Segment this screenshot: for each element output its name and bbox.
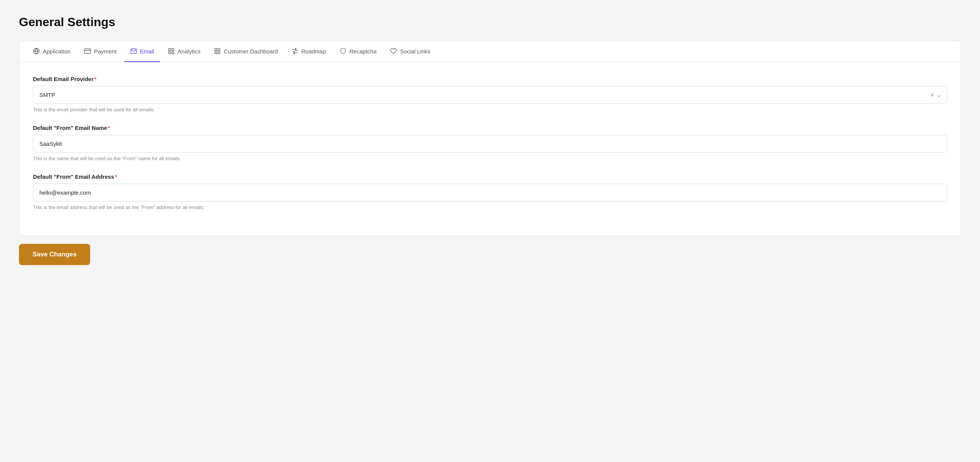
provider-select[interactable]: SMTP × ⌄: [33, 86, 947, 104]
tab-social-links[interactable]: Social Links: [384, 41, 436, 62]
svg-rect-11: [215, 52, 216, 54]
tab-payment[interactable]: Payment: [78, 41, 123, 62]
page-title: General Settings: [19, 15, 961, 29]
svg-rect-4: [169, 48, 170, 50]
tab-analytics-label: Analytics: [178, 48, 200, 54]
tab-customer-dashboard-label: Customer Dashboard: [224, 48, 278, 54]
select-actions: × ⌄: [929, 91, 947, 99]
svg-rect-5: [172, 48, 174, 50]
tab-recaptcha[interactable]: Recaptcha: [334, 41, 383, 62]
form-section: Default Email Provider* SMTP × ⌄ This is…: [19, 62, 961, 236]
svg-rect-10: [218, 52, 220, 54]
from-name-label: Default "From" Email Name*: [33, 124, 947, 131]
chevron-down-icon[interactable]: ⌄: [937, 92, 941, 98]
svg-rect-2: [84, 49, 91, 53]
from-name-hint: This is the name that will be used as th…: [33, 156, 947, 161]
from-address-hint: This is the email address that will be u…: [33, 204, 947, 210]
tab-application-label: Application: [43, 48, 70, 54]
from-address-label: Default "From" Email Address*: [33, 174, 947, 180]
from-address-input[interactable]: [33, 184, 947, 201]
svg-rect-6: [172, 52, 174, 54]
svg-rect-8: [215, 48, 216, 50]
from-address-group: Default "From" Email Address* This is th…: [33, 174, 947, 210]
tab-recaptcha-label: Recaptcha: [350, 48, 377, 54]
tab-social-links-label: Social Links: [400, 48, 430, 54]
required-star-from-name: *: [108, 125, 110, 131]
roadmap-icon: [291, 48, 298, 54]
customer-dashboard-icon: [214, 48, 221, 54]
shield-icon: [340, 48, 347, 54]
provider-hint: This is the email provider that will be …: [33, 107, 947, 113]
provider-selected-value: SMTP: [33, 86, 929, 104]
tab-application[interactable]: Application: [27, 41, 76, 62]
tabs-bar: Application Payment Email: [19, 41, 961, 62]
tab-customer-dashboard[interactable]: Customer Dashboard: [208, 41, 284, 62]
credit-card-icon: [84, 48, 91, 54]
analytics-icon: [168, 48, 175, 54]
tab-roadmap-label: Roadmap: [301, 48, 326, 54]
tab-payment-label: Payment: [94, 48, 116, 54]
save-button[interactable]: Save Changes: [19, 244, 90, 265]
tab-roadmap[interactable]: Roadmap: [286, 41, 332, 62]
from-name-group: Default "From" Email Name* This is the n…: [33, 124, 947, 161]
heart-icon: [390, 48, 397, 54]
svg-rect-9: [218, 48, 220, 50]
from-name-input[interactable]: [33, 135, 947, 153]
select-clear-icon[interactable]: ×: [929, 91, 935, 99]
required-star-provider: *: [94, 76, 96, 82]
provider-label: Default Email Provider*: [33, 76, 947, 82]
globe-icon: [33, 48, 40, 54]
tab-analytics[interactable]: Analytics: [162, 41, 206, 62]
settings-card: Application Payment Email: [19, 40, 961, 236]
required-star-from-address: *: [115, 174, 117, 180]
tab-email[interactable]: Email: [124, 41, 161, 62]
svg-rect-7: [169, 52, 170, 54]
provider-group: Default Email Provider* SMTP × ⌄ This is…: [33, 76, 947, 113]
tab-email-label: Email: [140, 48, 154, 54]
email-icon: [130, 48, 137, 54]
